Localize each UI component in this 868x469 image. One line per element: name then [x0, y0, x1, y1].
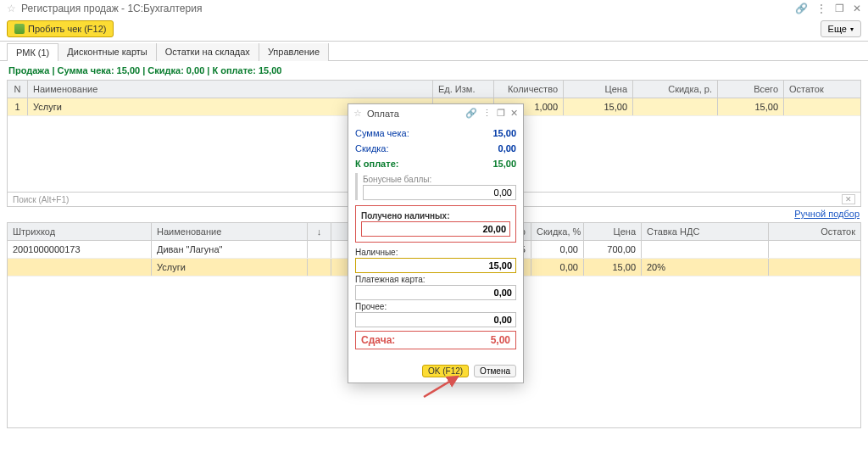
col-catalog-price[interactable]: Цена [584, 223, 642, 240]
card-input[interactable] [355, 285, 516, 300]
tab-management[interactable]: Управление [259, 43, 329, 61]
card-label: Платежная карта: [355, 273, 516, 285]
to-pay-value: 15,00 [492, 159, 516, 169]
discount-value: 0,00 [498, 143, 516, 154]
col-qty[interactable]: Количество [494, 81, 564, 98]
modal-menu-icon[interactable]: ⋮ [482, 108, 492, 119]
cash-label: Наличные: [355, 246, 516, 258]
tab-stock[interactable]: Остатки на складах [156, 43, 259, 61]
discount-label: Скидка: [355, 143, 389, 154]
more-button[interactable]: Еще ▾ [821, 20, 861, 37]
col-name[interactable]: Наименование [28, 81, 433, 98]
restore-icon[interactable]: ❐ [835, 3, 844, 14]
col-stock[interactable]: Остаток [784, 81, 849, 98]
modal-restore-icon[interactable]: ❐ [497, 108, 505, 119]
modal-titlebar: ☆ Оплата 🔗 ⋮ ❐ ✕ [348, 104, 523, 122]
cash-input[interactable] [355, 258, 516, 273]
col-n[interactable]: N [8, 81, 28, 98]
other-input[interactable] [355, 312, 516, 327]
check-sum-value: 15,00 [492, 128, 516, 138]
window-title: Регистрация продаж - 1С:Бухгалтерия [21, 3, 202, 14]
punch-check-button[interactable]: Пробить чек (F12) [7, 20, 114, 37]
col-barcode[interactable]: Штрихкод [8, 223, 152, 240]
bonus-label: Бонусные баллы: [363, 173, 516, 185]
col-discount-pct[interactable]: Скидка, % [531, 223, 584, 240]
cancel-button[interactable]: Отмена [474, 365, 516, 377]
window-titlebar: ☆ Регистрация продаж - 1С:Бухгалтерия 🔗 … [0, 0, 868, 17]
tab-discount-cards[interactable]: Дисконтные карты [58, 43, 156, 61]
to-pay-label: К оплате: [355, 159, 398, 169]
favorite-star-icon[interactable]: ☆ [7, 3, 16, 14]
col-vat[interactable]: Ставка НДС [642, 223, 769, 240]
ok-button[interactable]: OK (F12) [422, 365, 469, 377]
check-sum-label: Сумма чека: [355, 128, 409, 138]
modal-title: Оплата [367, 109, 399, 119]
change-value: 5,00 [491, 334, 510, 346]
summary-line: Продажа | Сумма чека: 15,00 | Скидка: 0,… [0, 61, 868, 80]
col-sort-indicator[interactable]: ↓ [308, 223, 331, 240]
received-cash-input[interactable] [361, 221, 510, 237]
menu-icon[interactable]: ⋮ [816, 3, 826, 14]
clear-search-button[interactable]: ✕ [842, 194, 855, 204]
main-toolbar: Пробить чек (F12) Еще ▾ [0, 17, 868, 41]
link-icon[interactable]: 🔗 [795, 3, 808, 14]
col-discount[interactable]: Скидка, р. [633, 81, 718, 98]
payment-modal: ☆ Оплата 🔗 ⋮ ❐ ✕ Сумма чека: 15,00 Скидк… [348, 103, 524, 383]
col-total[interactable]: Всего [718, 81, 784, 98]
col-unit[interactable]: Ед. Изм. [433, 81, 494, 98]
bonus-input[interactable] [363, 185, 516, 200]
tab-rmk[interactable]: РМК (1) [7, 43, 58, 61]
items-grid-header: N Наименование Ед. Изм. Количество Цена … [8, 81, 860, 98]
modal-close-icon[interactable]: ✕ [510, 108, 518, 119]
modal-link-icon[interactable]: 🔗 [465, 108, 477, 119]
chevron-down-icon: ▾ [850, 25, 854, 33]
close-icon[interactable]: ✕ [853, 3, 861, 14]
search-placeholder: Поиск (Alt+F1) [13, 195, 69, 204]
col-price[interactable]: Цена [564, 81, 633, 98]
punch-check-label: Пробить чек (F12) [28, 24, 106, 34]
received-cash-label: Получено наличных: [361, 209, 510, 221]
change-label: Сдача: [361, 334, 395, 346]
col-catalog-stock[interactable]: Остаток [769, 223, 860, 240]
receipt-icon [14, 24, 25, 34]
tabs: РМК (1) Дисконтные карты Остатки на скла… [0, 41, 868, 61]
col-product-name[interactable]: Наименование [152, 223, 308, 240]
modal-star-icon[interactable]: ☆ [353, 108, 362, 119]
other-label: Прочее: [355, 300, 516, 312]
